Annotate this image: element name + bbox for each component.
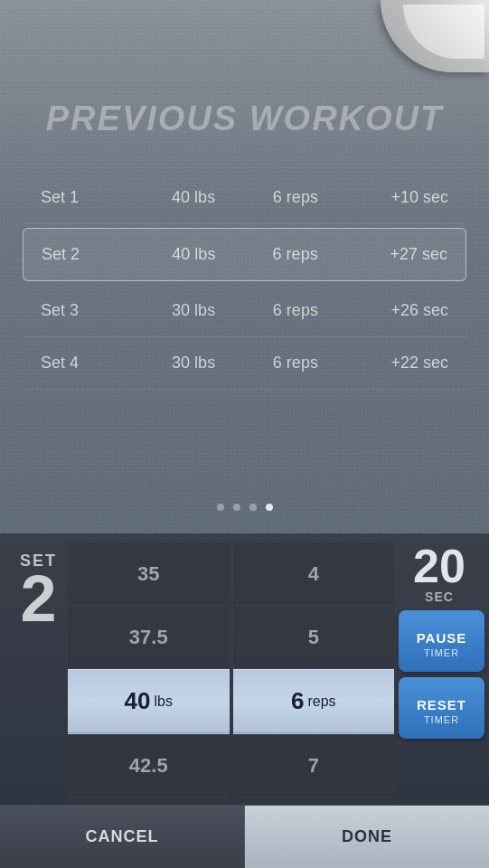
row1-reps: 6 reps — [245, 188, 347, 207]
row1-weight: 40 lbs — [143, 188, 245, 207]
weight-picker-column[interactable]: 35 37.5 40 lbs 42.5 45 — [68, 542, 230, 823]
workout-row-3: Set 3 30 lbs 6 reps +26 sec — [23, 285, 466, 337]
set-number: 2 — [9, 566, 68, 631]
dot-3[interactable] — [249, 504, 257, 511]
workout-row-4: Set 4 30 lbs 6 reps +22 sec — [23, 337, 466, 390]
row1-time: +10 sec — [346, 188, 448, 207]
workout-row-1: Set 1 40 lbs 6 reps +10 sec — [23, 172, 466, 224]
curl-text: jnb to go — [408, 16, 455, 31]
reps-cell-5[interactable]: 5 — [233, 606, 395, 669]
reps-cell-4[interactable]: 4 — [233, 542, 395, 606]
weight-cell-selected[interactable]: 40 lbs — [68, 669, 230, 734]
row3-weight: 30 lbs — [143, 301, 245, 320]
row3-reps: 6 reps — [245, 301, 347, 320]
dot-2[interactable] — [233, 504, 240, 511]
reps-cell-7[interactable]: 7 — [233, 734, 395, 797]
row3-time: +26 sec — [346, 301, 448, 320]
top-section: jnb to go PREVIOUS WORKOUT Set 1 40 lbs … — [0, 0, 489, 533]
weight-cell-35[interactable]: 35 — [68, 542, 230, 606]
set-label: SET 2 — [9, 552, 68, 631]
row4-reps: 6 reps — [245, 354, 347, 373]
reps-picker-column[interactable]: 4 5 6 reps 7 8 — [233, 542, 395, 823]
timer-label: SEC — [399, 590, 480, 604]
workout-row-2: Set 2 40 lbs 6 reps +27 sec — [23, 228, 466, 281]
row2-weight: 40 lbs — [143, 245, 244, 264]
previous-workout-title: PREVIOUS WORKOUT — [0, 99, 489, 138]
weight-cell-42-5[interactable]: 42.5 — [68, 734, 230, 797]
workout-rows: Set 1 40 lbs 6 reps +10 sec Set 2 40 lbs… — [23, 172, 466, 390]
row2-set: Set 2 — [42, 245, 143, 264]
row4-set: Set 4 — [41, 354, 143, 373]
reset-timer-button[interactable]: RESET TIMER — [399, 677, 484, 739]
timer-display: 20 SEC — [399, 542, 480, 604]
page-indicators — [0, 504, 489, 511]
bottom-buttons: CANCEL DONE — [0, 805, 489, 868]
row2-time: +27 sec — [346, 245, 447, 264]
row4-weight: 30 lbs — [143, 354, 245, 373]
row3-set: Set 3 — [41, 301, 143, 320]
cancel-button[interactable]: CANCEL — [0, 806, 245, 868]
row1-set: Set 1 — [41, 188, 143, 207]
dot-4[interactable] — [266, 504, 273, 511]
row4-time: +22 sec — [346, 354, 448, 373]
done-button[interactable]: DONE — [245, 806, 489, 868]
timer-number: 20 — [399, 542, 480, 590]
reps-cell-selected[interactable]: 6 reps — [233, 669, 395, 734]
pause-timer-button[interactable]: PAUSE TIMER — [399, 610, 484, 672]
weight-cell-37-5[interactable]: 37.5 — [68, 606, 230, 669]
picker-container: 35 37.5 40 lbs 42.5 45 — [68, 542, 394, 823]
paper-curl: jnb to go — [381, 0, 489, 72]
bottom-section: SET 2 20 SEC 35 37.5 40 lbs — [0, 533, 489, 868]
dot-1[interactable] — [217, 504, 224, 511]
row2-reps: 6 reps — [245, 245, 346, 264]
right-buttons: PAUSE TIMER RESET TIMER — [399, 610, 484, 739]
